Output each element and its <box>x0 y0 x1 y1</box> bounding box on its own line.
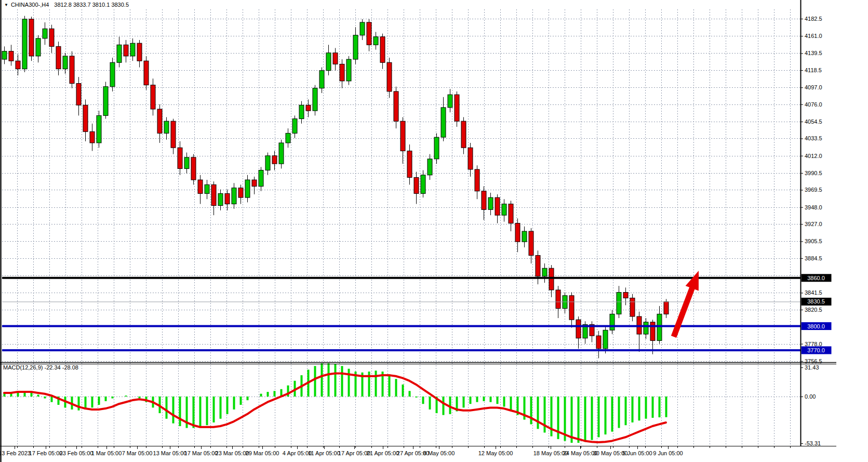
date-tick-label: 23 Feb 05:00 <box>60 450 94 456</box>
price-tick-label: 3969.5 <box>805 187 822 193</box>
price-tick-label: 4118.5 <box>805 67 822 73</box>
price-tick-label: 3820.5 <box>805 307 822 313</box>
macd-tick-label: 0.00 <box>805 393 816 400</box>
date-tick-label: 24 May 05:00 <box>563 450 598 456</box>
macd-tick-label: -53.31 <box>805 440 821 446</box>
trend-arrow-head[interactable] <box>686 271 699 291</box>
price-tick-label: 4076.0 <box>805 101 822 108</box>
price-badge-label: 3770.0 <box>807 347 825 353</box>
price-axis-labels[interactable]: 4182.54161.04139.54118.54097.04076.04054… <box>800 16 822 364</box>
date-tick-label: 7 Mar 05:00 <box>122 450 153 456</box>
ohlc-values: 3812.8 3833.7 3810.1 3830.5 <box>54 2 129 8</box>
date-tick-label: 12 May 05:00 <box>478 450 513 456</box>
chart-canvas[interactable]: 4182.54161.04139.54118.54097.04076.04054… <box>0 0 868 462</box>
price-tick-label: 4054.5 <box>805 118 822 125</box>
price-tick-label: 4097.0 <box>805 84 822 90</box>
price-tick-label: 3927.0 <box>805 221 822 227</box>
date-tick-label: 9 Jun 05:00 <box>653 450 683 456</box>
panel-borders <box>0 0 836 446</box>
price-tick-label: 3841.5 <box>805 289 822 296</box>
price-tick-label: 3948.0 <box>805 204 822 210</box>
price-tick-label: 3905.5 <box>805 238 822 244</box>
price-badge-label: 3830.5 <box>807 298 825 305</box>
date-tick-label: 17 Apr 05:00 <box>338 450 370 456</box>
date-tick-label: 23 Mar 05:00 <box>216 450 249 456</box>
macd-indicator-label: MACD(12,26,9) -22.34 -28.08 <box>3 364 78 371</box>
price-tick-label: 4033.5 <box>805 135 822 141</box>
price-tick-label: 3990.5 <box>805 170 822 176</box>
candlesticks <box>2 16 669 359</box>
price-tick-label: 4161.0 <box>805 33 822 39</box>
date-tick-label: 21 Apr 05:00 <box>367 450 399 456</box>
time-axis-labels[interactable]: 13 Feb 202317 Feb 05:0023 Feb 05:001 Mar… <box>0 446 791 456</box>
macd-axis-labels[interactable]: 31.430.00-53.31 <box>800 364 821 446</box>
date-tick-label: 13 Feb 2023 <box>0 450 31 456</box>
date-tick-label: 13 Mar 05:00 <box>153 450 187 456</box>
chart-title-bar: ▼CHINA300-,H43812.8 3833.7 3810.1 3830.5 <box>4 2 129 10</box>
grid <box>2 9 800 445</box>
macd-histogram <box>5 363 666 443</box>
price-tick-label: 3756.5 <box>805 358 822 364</box>
price-tick-label: 4139.5 <box>805 50 822 56</box>
price-tick-label: 3884.5 <box>805 255 822 261</box>
date-tick-label: 4 Apr 05:00 <box>283 450 312 456</box>
price-tick-label: 4012.0 <box>805 153 822 159</box>
date-tick-label: 5 Jun 05:00 <box>622 450 652 456</box>
price-badge-label: 3800.0 <box>807 323 825 329</box>
macd-tick-label: 31.43 <box>805 364 819 371</box>
date-tick-label: 8 May 05:00 <box>423 450 455 456</box>
price-tick-label: 3778.0 <box>805 341 822 347</box>
date-tick-label: 17 Feb 05:00 <box>29 450 63 456</box>
price-badge-label: 3860.0 <box>807 275 825 281</box>
date-tick-label: 1 Mar 05:00 <box>91 450 122 456</box>
date-tick-label: 11 Apr 05:00 <box>308 450 340 456</box>
date-tick-label: 29 Mar 05:00 <box>246 450 279 456</box>
symbol-dropdown-icon[interactable]: ▼ <box>4 3 8 7</box>
symbol-period-label: CHINA300-,H4 <box>11 2 49 8</box>
price-tick-label: 4182.5 <box>805 16 822 22</box>
date-tick-label: 17 Mar 05:00 <box>184 450 218 456</box>
chart-window: 4182.54161.04139.54118.54097.04076.04054… <box>0 0 868 462</box>
